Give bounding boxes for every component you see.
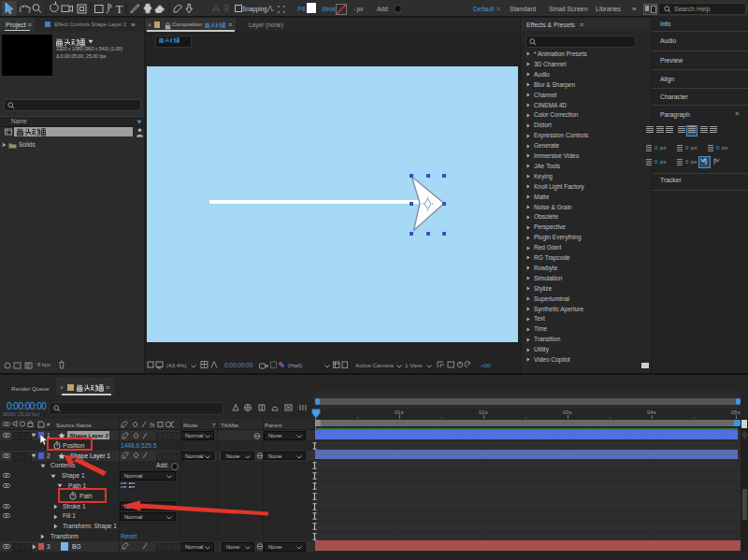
svg-text:T: T [116,3,123,16]
svg-text:fx: fx [150,422,155,428]
